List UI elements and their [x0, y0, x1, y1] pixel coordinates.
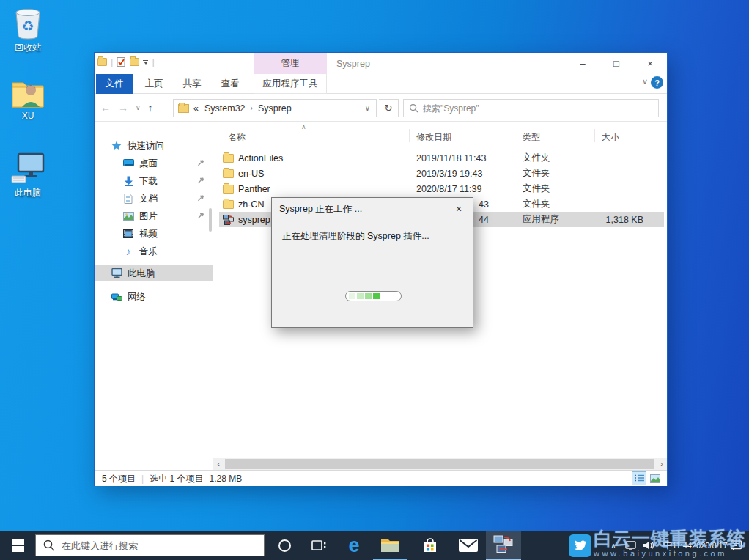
desktop-icon-user-folder[interactable]: XU: [0, 78, 56, 121]
taskbar: e: [0, 531, 749, 560]
sidebar-item-documents[interactable]: 文档: [95, 191, 213, 207]
address-box[interactable]: « System32 › Sysprep ∨: [173, 99, 377, 117]
folder-icon: [223, 169, 234, 178]
desktop-icon-recycle-bin[interactable]: ♻ 回收站: [0, 6, 56, 54]
tab-file[interactable]: 文件: [96, 74, 133, 94]
start-button[interactable]: [0, 531, 35, 560]
new-folder-icon[interactable]: [130, 58, 139, 66]
cortana-icon: [278, 539, 291, 552]
file-row-en-us[interactable]: en-US 2019/3/19 19:43 文件夹: [219, 166, 664, 181]
music-icon: ♪: [122, 246, 134, 257]
sidebar-item-desktop[interactable]: 桌面: [95, 155, 213, 172]
details-view-button[interactable]: [632, 471, 646, 485]
dialog-close-icon[interactable]: ×: [451, 202, 467, 216]
folder-icon: [178, 104, 189, 113]
file-row-panther[interactable]: Panther 2020/8/17 11:39 文件夹: [219, 181, 664, 196]
taskbar-search-box[interactable]: [35, 534, 265, 556]
sidebar-item-quick-access[interactable]: 快速访问: [95, 138, 213, 154]
sidebar-item-music[interactable]: ♪ 音乐: [95, 243, 213, 259]
twitter-button[interactable]: [564, 531, 595, 560]
back-button[interactable]: ←: [100, 102, 111, 114]
volume-icon[interactable]: [639, 531, 658, 560]
breadcrumb-chevron-icon[interactable]: ›: [248, 104, 255, 112]
user-folder-icon: [10, 78, 45, 108]
windows-logo-icon: [12, 539, 24, 552]
sidebar-scrollbar[interactable]: [209, 208, 212, 232]
sidebar-item-videos[interactable]: 视频: [95, 226, 213, 242]
breadcrumb-system32[interactable]: System32: [202, 103, 248, 114]
sidebar-item-pictures[interactable]: 图片: [95, 208, 213, 224]
progress-bar: [345, 291, 402, 301]
store-button[interactable]: [413, 531, 447, 560]
tab-home[interactable]: 主页: [136, 74, 172, 94]
items-count: 5 个项目: [102, 473, 136, 485]
tab-application-tools[interactable]: 应用程序工具: [254, 74, 327, 94]
up-button[interactable]: ↑: [148, 102, 153, 114]
sidebar-item-network[interactable]: 网络: [95, 289, 213, 305]
refresh-button[interactable]: ↻: [379, 99, 399, 117]
address-bar-row: ← → ∨ ↑ « System32 › Sysprep ∨ ↻: [95, 94, 667, 122]
sysprep-taskbar-button[interactable]: [486, 531, 521, 560]
cortana-button[interactable]: [268, 531, 300, 560]
ribbon-collapse-icon[interactable]: ∨: [642, 77, 648, 86]
column-header-date[interactable]: 修改日期: [416, 128, 451, 144]
file-explorer-button[interactable]: [373, 531, 407, 560]
thumbnail-view-button[interactable]: [648, 471, 663, 485]
hidden-icons-icon[interactable]: ∧: [605, 531, 621, 560]
tab-share[interactable]: 共享: [174, 74, 210, 94]
search-box[interactable]: [403, 99, 659, 117]
navigation-buttons: ← → ∨ ↑: [100, 94, 153, 122]
folder-icon: [223, 185, 234, 194]
column-header-name[interactable]: 名称: [228, 128, 246, 144]
column-header-type[interactable]: 类型: [523, 128, 540, 144]
column-header-size[interactable]: 大小: [602, 128, 619, 144]
maximize-button[interactable]: □: [599, 53, 633, 74]
dialog-title: Sysprep 正在工作 ...: [272, 198, 473, 220]
window-title: Sysprep: [336, 53, 370, 74]
forward-button[interactable]: →: [118, 102, 128, 114]
customize-toolbar-icon[interactable]: [143, 60, 148, 65]
title-bar: | | 管理 Sysprep – □ ×: [95, 53, 667, 74]
clock-time: 11:44: [672, 540, 692, 550]
horizontal-scrollbar: ‹ ›: [95, 458, 667, 470]
ribbon-tabs: 文件 主页 共享 查看 应用程序工具 ∨ ?: [95, 74, 667, 94]
task-view-button[interactable]: [303, 531, 335, 560]
sidebar-item-this-pc[interactable]: 此电脑: [95, 265, 213, 281]
breadcrumb-sysprep[interactable]: Sysprep: [255, 103, 295, 114]
sidebar-item-downloads[interactable]: 下载: [95, 173, 213, 189]
file-explorer-icon: [380, 537, 399, 553]
close-button[interactable]: ×: [633, 53, 667, 74]
taskbar-search-input[interactable]: [62, 540, 257, 551]
breadcrumb-prefix[interactable]: «: [191, 103, 202, 114]
pin-icon: [197, 176, 204, 186]
properties-icon[interactable]: [117, 57, 126, 67]
clock[interactable]: 11:44 2020/8/17: [677, 531, 723, 560]
recent-locations-icon[interactable]: ∨: [136, 104, 141, 111]
help-icon[interactable]: ?: [651, 76, 663, 89]
mail-button[interactable]: [451, 531, 485, 560]
search-input[interactable]: [423, 103, 653, 114]
scroll-left-icon[interactable]: ‹: [213, 458, 224, 470]
desktop-icon-this-pc[interactable]: 此电脑: [0, 152, 56, 199]
caption-buttons: – □ ×: [566, 53, 667, 74]
minimize-button[interactable]: –: [566, 53, 599, 74]
address-dropdown-icon[interactable]: ∨: [362, 104, 373, 112]
quick-access-star-icon: [111, 140, 122, 152]
display-icon[interactable]: [621, 531, 639, 560]
recycle-bin-icon: ♻: [12, 6, 43, 40]
desktop-icon-label: 回收站: [0, 42, 56, 54]
scrollbar-thumb[interactable]: [225, 459, 654, 469]
edge-button[interactable]: e: [338, 531, 370, 560]
sysprep-app-icon: [493, 535, 514, 554]
task-view-icon: [311, 539, 327, 552]
pin-icon: [197, 211, 204, 221]
desktop-icon: [122, 158, 134, 169]
action-center-icon[interactable]: [723, 531, 749, 560]
this-pc-icon: [10, 152, 45, 185]
folder-icon[interactable]: [97, 58, 107, 66]
scroll-right-icon[interactable]: ›: [657, 458, 667, 470]
ribbon-context-tab-manage[interactable]: 管理: [254, 53, 327, 74]
mail-icon: [459, 539, 478, 552]
file-row-actionfiles[interactable]: ActionFiles 2019/11/18 11:43 文件夹: [219, 150, 664, 166]
tab-view[interactable]: 查看: [212, 74, 248, 94]
